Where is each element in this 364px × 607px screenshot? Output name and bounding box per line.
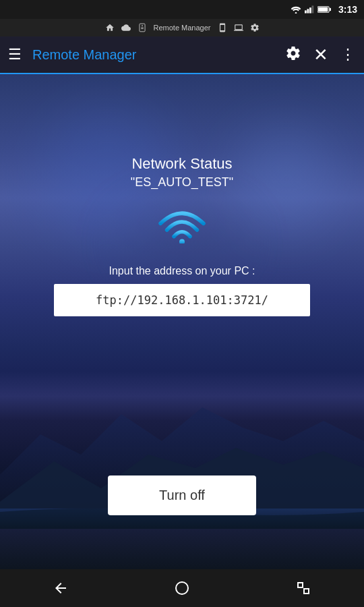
- svg-point-12: [179, 239, 185, 243]
- svg-rect-10: [141, 27, 144, 28]
- app-title: Remote Manager: [32, 47, 273, 63]
- svg-rect-4: [311, 5, 313, 13]
- status-bar: 3:13: [0, 0, 364, 19]
- svg-rect-1: [305, 10, 307, 13]
- svg-rect-11: [141, 28, 144, 29]
- notif-cloud: [121, 23, 131, 32]
- notif-phone: [218, 23, 227, 32]
- ftp-address: ftp://192.168.1.101:3721/: [96, 293, 268, 307]
- notification-bar: Remote Manager: [0, 19, 364, 36]
- network-section: Network Status "ES_AUTO_TEST": [54, 155, 310, 316]
- svg-point-0: [295, 12, 297, 13]
- turn-off-button[interactable]: Turn off: [108, 475, 256, 515]
- overflow-menu-icon[interactable]: ⋮: [340, 46, 356, 63]
- svg-point-9: [142, 25, 143, 26]
- status-time: 3:13: [338, 4, 357, 15]
- wifi-icon: [155, 203, 209, 246]
- notification-app-name: Remote Manager: [154, 24, 211, 32]
- svg-rect-2: [307, 9, 309, 13]
- input-label: Input the address on your PC :: [109, 265, 255, 277]
- svg-rect-6: [330, 8, 331, 11]
- main-content: Network Status "ES_AUTO_TEST": [0, 74, 364, 569]
- notif-computer: [234, 23, 243, 32]
- menu-icon[interactable]: ☰: [8, 47, 22, 62]
- back-button[interactable]: [53, 580, 69, 596]
- network-status-label: Network Status: [131, 155, 232, 173]
- nav-bar: [0, 569, 364, 607]
- address-box: ftp://192.168.1.101:3721/: [54, 284, 310, 316]
- close-icon[interactable]: ✕: [313, 45, 328, 65]
- svg-rect-7: [318, 7, 328, 11]
- notif-settings: [250, 23, 260, 32]
- network-ssid: "ES_AUTO_TEST": [131, 175, 234, 190]
- svg-rect-3: [309, 7, 311, 13]
- home-button[interactable]: [174, 580, 190, 596]
- svg-rect-15: [304, 589, 309, 594]
- settings-icon[interactable]: [285, 45, 301, 65]
- notif-remote-icon: [138, 23, 147, 32]
- recent-apps-button[interactable]: [295, 580, 311, 596]
- svg-rect-14: [298, 583, 303, 587]
- action-bar: ☰ Remote Manager ✕ ⋮: [0, 36, 364, 74]
- notif-home: [105, 23, 115, 32]
- svg-point-13: [176, 582, 188, 594]
